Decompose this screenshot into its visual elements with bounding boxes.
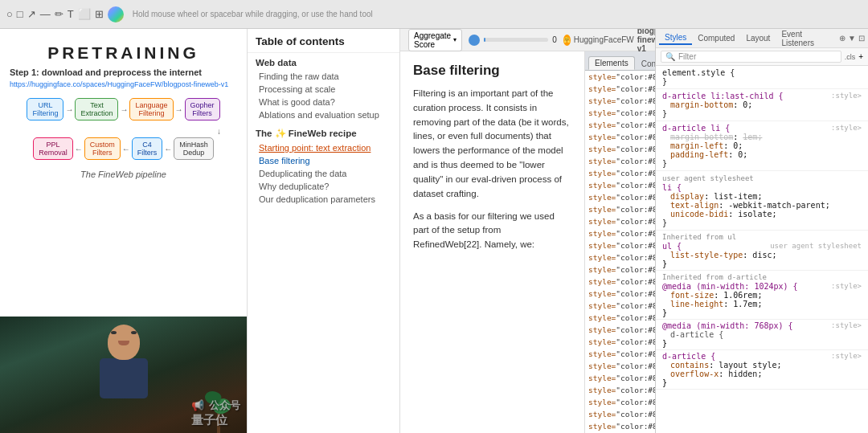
style-grid-icon[interactable]: ⊡ (858, 34, 865, 43)
tree-line: style="color:#881280;"><p> == style="col… (585, 263, 655, 276)
person-shape (92, 325, 156, 413)
watermark-icon: 📢 (191, 399, 204, 411)
flow-box-text: TextExtraction (75, 98, 118, 121)
photo-bg: 📢 公众号 量子位 (0, 317, 247, 433)
url-link[interactable]: https://huggingface.co/spaces/HuggingFac… (10, 80, 237, 88)
flow-box-gopher: GopherFilters (185, 98, 220, 121)
flow-box-c4: C4Filters (132, 137, 163, 160)
prop-line-height-1024: line-height: 1.7em; (662, 300, 862, 308)
plus-icon[interactable]: + (858, 52, 863, 61)
color-picker-icon[interactable] (108, 6, 124, 22)
square-tool-icon[interactable]: □ (17, 8, 23, 20)
inherited-from-darticle: Inherited from d-article @media (min-wid… (656, 271, 868, 320)
flow-box-url: URLFiltering (27, 98, 63, 121)
toc-item-base-filtering[interactable]: Base filtering (256, 154, 391, 167)
minus-tool-icon[interactable]: — (40, 8, 51, 20)
style-rule-li: d-article li { :style> margin-bottom: 1e… (656, 121, 868, 171)
filter-placeholder: Filter (678, 52, 696, 61)
score-bar-container: 0 (469, 35, 557, 46)
styles-filter-input[interactable]: 🔍 Filter (661, 51, 841, 63)
arrow-tool-icon[interactable]: ↗ (27, 8, 36, 20)
dt-tab-console[interactable]: Console (636, 58, 655, 70)
tree-line: style="color:#881280;"><div class="main-… (585, 167, 655, 179)
score-bar-fill (484, 38, 485, 42)
main-area: PRETRAINING Step 1: download and preproc… (0, 29, 868, 433)
tree-line: style="color:#881280;"><p> == style="col… (585, 119, 655, 131)
prop-darticle-768: d-article { (662, 330, 862, 339)
selector-close-media1024: } (662, 308, 667, 317)
article-body: Base filtering Filtering is an important… (400, 51, 585, 433)
toc-panel: Table of contents Web data Finding the r… (248, 29, 400, 433)
flow-connector: ↓ (10, 127, 237, 136)
watermark-text: 公众号 (209, 399, 240, 411)
score-value: 0 (552, 35, 557, 44)
prop-unicode-bidi: unicode-bidi: isolate; (662, 210, 862, 219)
pencil-tool-icon[interactable]: ✏ (55, 8, 63, 20)
toc-item-dedup[interactable]: Deduplicating the data (256, 167, 391, 180)
left-panel: PRETRAINING Step 1: download and preproc… (0, 29, 248, 433)
hf-logo-icon: 🤗 (563, 35, 571, 46)
circle-tool-icon[interactable]: ○ (6, 8, 13, 20)
dropdown-arrow-icon: ▾ (453, 36, 457, 43)
arrow-1: → (65, 105, 73, 114)
prop-overflow-x: overflow-x: hidden; (662, 370, 862, 378)
prop-margin-bottom-0: margin-bottom: 0; (662, 100, 862, 109)
tree-line: style="color:#881280;"><ul> == style="co… (585, 107, 655, 119)
toc-title: Table of contents (248, 29, 399, 53)
styles-tab-event-listeners[interactable]: Event Listeners (776, 29, 839, 49)
text-tool-icon[interactable]: T (68, 8, 74, 20)
image-tool-icon[interactable]: ⬜ (78, 8, 91, 20)
toc-item-processing[interactable]: Processing at scale (256, 83, 391, 96)
toc-section-title-fineweb: The ✨ FineWeb recipe (256, 128, 391, 139)
styles-tab-styles[interactable]: Styles (659, 31, 692, 45)
pipeline-diagram: URLFiltering → TextExtraction → Language… (10, 98, 237, 166)
source-media-768: :style> (831, 321, 862, 330)
arrow-3: → (175, 105, 183, 114)
selector-media-1024: @media (min-width: 1024px) { (662, 282, 798, 291)
filter-icon: 🔍 (665, 52, 675, 61)
score-dropdown[interactable]: Aggregate Score ▾ (408, 29, 462, 51)
flow-row-1: URLFiltering → TextExtraction → Language… (10, 98, 237, 121)
new-style-icon[interactable]: ⊕ (839, 34, 845, 43)
toc-item-dedup-params[interactable]: Our deduplication parameters (256, 193, 391, 206)
style-rule-li-last: d-article li:last-child { :style> margin… (656, 89, 868, 121)
inherited-from-ul: Inherited from ul ul { user agent styles… (656, 231, 868, 271)
selector-li-last: d-article li:last-child { (662, 92, 784, 100)
styles-tab-computed[interactable]: Computed (692, 32, 740, 44)
tree-line: style="color:#881280;"><p> == style="col… (585, 360, 655, 372)
tree-line: style="color:#881280;"><ul> style="color… (585, 95, 655, 107)
ua-inherited-label: user agent stylesheet (662, 174, 862, 183)
down-arrow: ↓ (217, 127, 221, 136)
tree-line: style="color:#881280;"><p> == style="col… (585, 191, 655, 203)
source-darticle: :style> (831, 352, 862, 361)
score-label: Aggregate Score (414, 31, 451, 49)
tree-line: style="color:#881280;"><ul> style="color… (585, 71, 655, 83)
toc-item-gooddata[interactable]: What is good data? (256, 96, 391, 108)
selector-close-768: } (662, 339, 667, 348)
styles-filter-bar: 🔍 Filter .cls + (656, 48, 868, 66)
center-and-devtools: Aggregate Score ▾ 0 🤗 HuggingFaceFW blog… (400, 29, 655, 433)
style-toggle-icon[interactable]: ▼ (848, 34, 856, 43)
flow-box-custom: CustomFilters (84, 137, 121, 160)
selector-darticle: d-article { (662, 352, 715, 361)
inherited-darticle-label: Inherited from d-article (662, 272, 862, 282)
style-rule-element: element.style { } (656, 66, 868, 89)
dt-tab-elements[interactable]: Elements (588, 56, 635, 70)
prop-text-align: text-align: -webkit-match-parent; (662, 201, 862, 210)
frame-tool-icon[interactable]: ⊞ (95, 8, 104, 20)
source-ul: user agent stylesheet (770, 242, 862, 251)
toc-item-rawdata[interactable]: Finding the raw data (256, 70, 391, 83)
prop-list-style: list-style-type: disc; (662, 251, 862, 259)
selector-ua-li: li { (662, 183, 682, 192)
tree-line: style="color:#881280;"><h3 id="filtering… (585, 348, 655, 360)
source-li: :style> (831, 124, 862, 133)
toc-item-text-extraction[interactable]: Starting point: text extraction (256, 141, 391, 154)
toc-item-why-dedup[interactable]: Why deduplicate? (256, 180, 391, 193)
hf-repo-name: HuggingFaceFW (574, 35, 634, 44)
styles-tab-layout[interactable]: Layout (740, 32, 776, 44)
tree-line: style="color:#881280;"><p> == style="col… (585, 324, 655, 336)
tree-line: style="color:#881280;"><p> == style="col… (585, 384, 655, 396)
styles-right-icons: ⊕ ▼ ⊡ (839, 34, 865, 43)
toc-item-ablations[interactable]: Ablations and evaluation setup (256, 108, 391, 121)
tree-line: style="color:#881280;"><p> == style="col… (585, 420, 655, 432)
